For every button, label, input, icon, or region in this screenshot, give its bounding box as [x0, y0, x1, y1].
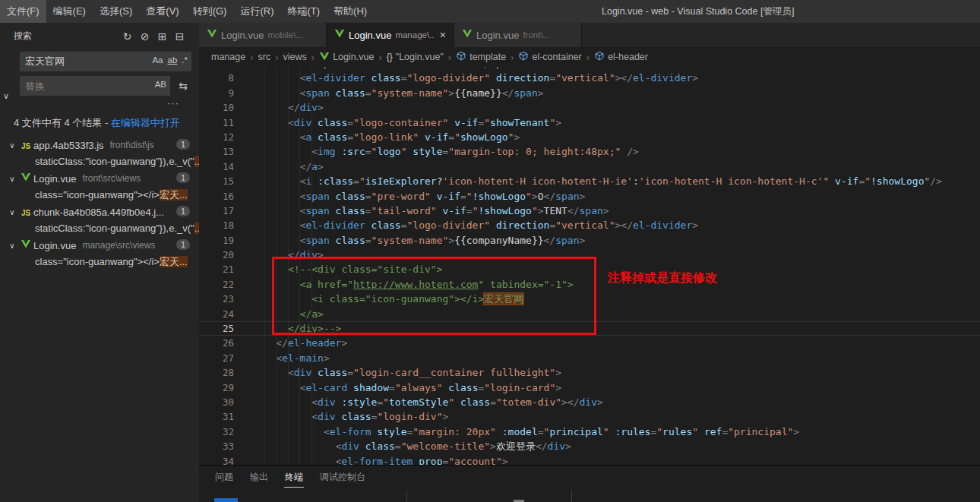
more-actions-icon[interactable]: ··· — [20, 96, 191, 109]
code-line-34[interactable]: 34 <el-form-item prop="account"> — [199, 454, 980, 465]
result-file-name: app.4ab533f3.js — [33, 140, 104, 151]
menu-item-5[interactable]: 运行(R) — [233, 0, 280, 23]
menu-item-7[interactable]: 帮助(H) — [327, 0, 374, 23]
replace-input[interactable] — [20, 76, 170, 96]
close-icon[interactable]: × — [438, 29, 447, 41]
open-in-editor-link[interactable]: 在编辑器中打开 — [111, 117, 180, 128]
code-line-8[interactable]: 8 <el-divider class="logo-divider" direc… — [199, 71, 980, 85]
breadcrumb-item-0[interactable]: manage — [211, 52, 245, 62]
vue-file-icon — [18, 172, 33, 185]
code-line-27[interactable]: 27 <el-main> — [199, 351, 980, 365]
breadcrumb-item-6[interactable]: el-container — [518, 51, 581, 64]
symbol-cube-icon — [594, 51, 605, 64]
code-line-33[interactable]: 33 <div class="welcome-title">欢迎登录</div> — [199, 439, 980, 453]
indent-guide — [264, 67, 265, 465]
result-file-row[interactable]: ∨Login.vuemanage\src\views1 — [0, 237, 199, 254]
result-file-path: manage\src\views — [82, 240, 155, 251]
line-number: 13 — [199, 144, 234, 159]
code-line-24[interactable]: 24 </a> — [199, 307, 980, 321]
menu-item-6[interactable]: 终端(T) — [280, 0, 327, 23]
code-line-10[interactable]: 10 </div> — [199, 100, 980, 115]
code-line-23[interactable]: 23 <i class="icon-guanwang"></i>宏天官网 — [199, 292, 980, 306]
breadcrumb-item-4[interactable]: {}"Login.vue" — [387, 52, 444, 62]
code-line-12[interactable]: 12 <a class="logo-link" v-if="showLogo"> — [199, 130, 980, 144]
line-number: 15 — [199, 174, 234, 188]
code-line-30[interactable]: 30 <div :style="totemStyle" class="totem… — [199, 395, 980, 409]
result-match-row[interactable]: class="icon-guanwang"></i>宏天... — [0, 187, 199, 204]
code-line-31[interactable]: 31 <div class="login-div"> — [199, 409, 980, 424]
code-line-20[interactable]: 20 </div> — [199, 248, 980, 262]
result-file-row[interactable]: ∨JSapp.4ab533f3.jsfront\dist\js1 — [0, 137, 199, 153]
chevron-down-icon[interactable]: ∨ — [6, 242, 18, 250]
search-panel-header: 搜索 ↻⊘⊞⊟ — [0, 23, 199, 47]
menu-item-0[interactable]: 文件(F) — [0, 0, 46, 23]
symbol-cube-icon — [456, 51, 466, 64]
red-annotation-text: 注释掉或是直接修改 — [608, 270, 717, 285]
refresh-icon[interactable]: ↻ — [119, 30, 136, 43]
code-line-28[interactable]: 28 <div class="login-card__container ful… — [199, 365, 980, 380]
code-line-21[interactable]: 21 <!--<div class="site-div"> — [199, 262, 980, 276]
panel-tab-2[interactable]: 终端 — [284, 466, 304, 488]
code-line-25[interactable]: 25 </div>--> — [199, 321, 980, 336]
breadcrumb-item-3[interactable]: Login.vue — [319, 51, 374, 64]
clear-search-results-icon[interactable]: ⊘ — [136, 30, 153, 43]
chevron-down-icon[interactable]: ∨ — [6, 141, 18, 150]
result-match-row[interactable]: staticClass:"icon-guanwang"}),e._v("... — [0, 153, 199, 170]
result-file-row[interactable]: ∨JSchunk-8a4b085a.449fb0e4.j...1 — [0, 204, 199, 220]
preserve-case-icon[interactable]: AB — [155, 80, 166, 89]
code-line-16[interactable]: 16 <span class="pre-word" v-if="!showLog… — [199, 189, 980, 204]
open-new-search-editor-icon[interactable]: ⊞ — [153, 30, 171, 43]
breadcrumb-separator: › — [586, 52, 590, 63]
panel-tab-1[interactable]: 输出 — [249, 466, 269, 488]
match-highlight: 宏天... — [160, 189, 188, 200]
code-line-11[interactable]: 11 <div class="logo-container" v-if="sho… — [199, 115, 980, 130]
menu-item-1[interactable]: 编辑(E) — [46, 0, 93, 23]
line-number: 34 — [199, 454, 234, 465]
code-line-29[interactable]: 29 <el-card shadow="always" class="login… — [199, 380, 980, 395]
code-editor[interactable]: 7 <span class="tail-word">TENT</span>8 <… — [199, 67, 980, 465]
code-line-9[interactable]: 9 <span class="system-name">{{name}}</sp… — [199, 86, 980, 100]
code-line-26[interactable]: 26 </el-header> — [199, 336, 980, 350]
line-number: 8 — [199, 71, 234, 85]
workbench: 搜索 ↻⊘⊞⊟ ∨ Aa ab .* AB ⇆ ··· — [0, 23, 980, 502]
result-match-row[interactable]: staticClass:"icon-guanwang"}),e._v("... — [0, 220, 199, 237]
result-match-row[interactable]: class="icon-guanwang"></i>宏天... — [0, 254, 199, 270]
breadcrumb-item-5[interactable]: template — [456, 51, 506, 64]
line-number: 26 — [199, 336, 234, 350]
result-file-path: front\dist\js — [110, 140, 154, 150]
result-count-badge: 1 — [176, 239, 190, 250]
code-line-18[interactable]: 18 <el-divider class="logo-divider" dire… — [199, 218, 980, 232]
whole-word-icon[interactable]: ab — [168, 55, 178, 65]
chevron-down-icon[interactable]: ∨ — [6, 208, 18, 216]
result-file-row[interactable]: ∨Login.vuefront\src\views1 — [0, 170, 199, 187]
code-line-13[interactable]: 13 <img :src="logo" style="margin-top: 0… — [199, 144, 980, 159]
menu-item-4[interactable]: 转到(G) — [186, 0, 234, 23]
code-line-22[interactable]: 22 <a href="http://www.hotent.com" tabin… — [199, 277, 980, 292]
code-line-14[interactable]: 14 </a> — [199, 159, 980, 174]
line-number: 32 — [199, 425, 234, 439]
code-line-15[interactable]: 15 <i :class="isIeExplorer?'icon-hotent-… — [199, 174, 980, 188]
editor-tab-0[interactable]: Login.vuemobile\... — [199, 23, 327, 47]
code-line-17[interactable]: 17 <span class="tail-word" v-if="!showLo… — [199, 204, 980, 218]
breadcrumb-item-2[interactable]: views — [283, 52, 307, 62]
collapse-all-icon[interactable]: ⊟ — [171, 30, 188, 43]
code-line-19[interactable]: 19 <span class="system-name">{{companyNa… — [199, 233, 980, 248]
vue-icon — [462, 28, 473, 42]
regex-icon[interactable]: .* — [182, 55, 188, 65]
replace-all-icon[interactable]: ⇆ — [175, 80, 191, 92]
breadcrumb-item-7[interactable]: el-header — [594, 51, 648, 64]
editor-tab-2[interactable]: Login.vuefront\... — [454, 23, 582, 47]
panel-tab-3[interactable]: 调试控制台 — [319, 466, 366, 488]
code-line-32[interactable]: 32 <el-form style="margin: 20px" :model=… — [199, 425, 980, 439]
toggle-replace-icon[interactable]: ∨ — [3, 91, 9, 101]
symbol-braces-icon: {} — [387, 52, 393, 62]
breadcrumb-item-1[interactable]: src — [258, 52, 271, 62]
panel-tab-0[interactable]: 问题 — [214, 466, 234, 488]
menu-item-2[interactable]: 选择(S) — [93, 0, 139, 23]
editor-tab-1[interactable]: Login.vuemanage\...× — [327, 23, 454, 47]
chevron-down-icon[interactable]: ∨ — [6, 175, 18, 183]
match-case-icon[interactable]: Aa — [152, 55, 163, 65]
search-inputs: Aa ab .* AB ⇆ ··· — [20, 52, 191, 109]
vue-icon — [319, 51, 330, 64]
menu-item-3[interactable]: 查看(V) — [139, 0, 185, 23]
